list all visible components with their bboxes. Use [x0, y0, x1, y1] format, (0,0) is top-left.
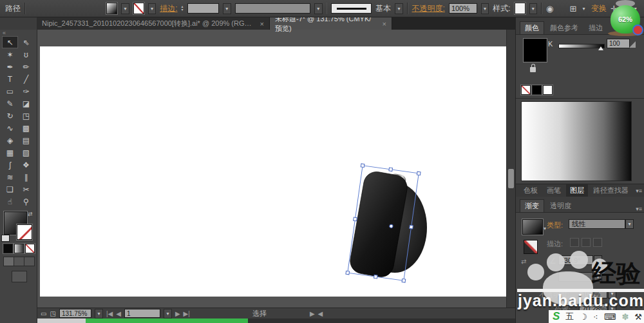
selection-handle[interactable]	[410, 225, 413, 229]
selection-handle[interactable]	[374, 275, 377, 279]
document-tab-1[interactable]: Nipic_2457331_20101020230646567000[转换].a…	[37, 17, 270, 30]
selection-tool[interactable]: ↖	[2, 36, 18, 48]
style-swatch[interactable]	[515, 3, 526, 14]
wubi-icon[interactable]: 五	[565, 311, 574, 322]
free-transform-tool[interactable]: ▩	[18, 122, 34, 134]
pencil-tool[interactable]: ✎	[2, 97, 18, 110]
gradient-stops-icon[interactable]: ⇄	[521, 258, 526, 265]
tab-transparency[interactable]: 透明度	[545, 200, 576, 212]
opacity-link[interactable]: 不透明度:	[412, 3, 445, 14]
draw-normal-button[interactable]	[3, 257, 14, 266]
color-button[interactable]	[3, 244, 13, 253]
mesh-tool[interactable]: ▦	[2, 146, 18, 159]
align-dropdown-icon[interactable]: ▾	[580, 4, 587, 14]
opacity-field[interactable]: 100%	[449, 3, 477, 14]
perspective-grid-tool[interactable]: ▤	[18, 134, 34, 146]
draw-behind-button[interactable]	[14, 257, 24, 266]
line-segment-tool[interactable]: ╱	[18, 73, 34, 85]
stroke-weight-dropdown-icon[interactable]: ▾	[223, 3, 231, 14]
paintbrush-tool[interactable]: ✑	[18, 85, 34, 97]
panel-menu-icon[interactable]: ▾≡	[636, 206, 642, 212]
type-tool[interactable]: T	[2, 73, 18, 85]
stroke-weight-stepper[interactable]: ▴ ▾	[182, 5, 184, 12]
selection-handle[interactable]	[402, 279, 406, 282]
angle-field[interactable]: -30.9°	[558, 255, 593, 265]
curvature-tool[interactable]: ✏	[18, 61, 34, 73]
black-swatch[interactable]	[532, 85, 542, 95]
k-slider-pointer[interactable]	[598, 46, 603, 50]
close-icon[interactable]: ×	[260, 20, 264, 28]
gradient-type-dropdown-icon[interactable]: ▾	[625, 219, 634, 229]
stroke-along-button[interactable]	[582, 238, 591, 247]
none-swatch[interactable]	[521, 85, 531, 95]
default-fill-stroke-icon[interactable]	[1, 235, 10, 242]
gradient-thumbnail[interactable]	[522, 219, 543, 235]
hand-tool[interactable]: ☝	[2, 195, 18, 208]
zoom-tool[interactable]: ⚲	[18, 195, 34, 208]
scale-tool[interactable]: ◳	[18, 110, 34, 122]
fill-dropdown-icon[interactable]: ▾	[121, 3, 129, 14]
rotate-tool[interactable]: ↻	[2, 110, 18, 122]
artwork[interactable]	[37, 30, 506, 308]
stroke-swatch[interactable]	[17, 224, 32, 240]
tab-pathfinder[interactable]: 路径查找器	[589, 184, 632, 197]
tab-brushes[interactable]: 画笔	[543, 184, 565, 197]
width-profile-dropdown-icon[interactable]: ▾	[314, 3, 322, 14]
gradient-thumb-dropdown-icon[interactable]: ▾	[544, 226, 546, 231]
canvas-area[interactable]	[37, 30, 506, 308]
punctuation-icon[interactable]: ⁖	[593, 312, 598, 322]
fill-color-swatch[interactable]	[106, 3, 117, 14]
k-value-field[interactable]: 100	[607, 39, 630, 48]
shape-builder-tool[interactable]: ◈	[2, 134, 18, 146]
draw-inside-button[interactable]	[24, 257, 35, 266]
selection-handle[interactable]	[354, 217, 357, 221]
tab-layers[interactable]: 图层	[566, 184, 588, 197]
blend-tool[interactable]: ❖	[18, 159, 34, 171]
keyboard-icon[interactable]: ⌨	[604, 312, 616, 322]
slice-tool[interactable]: ✂	[18, 183, 34, 195]
tab-color-guide[interactable]: 颜色参考	[545, 22, 583, 34]
tab-stroke[interactable]: 描边	[584, 22, 607, 34]
white-swatch[interactable]	[543, 85, 553, 95]
width-tool[interactable]: ∿	[2, 122, 18, 134]
gradient-stroke-swatch[interactable]	[524, 240, 538, 254]
gradient-tool[interactable]: ▧	[18, 146, 34, 159]
column-graph-tool[interactable]: ∥	[18, 171, 34, 183]
first-artboard-icon[interactable]: |◀	[106, 310, 113, 317]
align-options-icon[interactable]: ⊞	[570, 4, 577, 14]
artboard-number-field[interactable]: 1	[124, 309, 160, 318]
lasso-tool[interactable]: ʊ	[18, 48, 34, 61]
brush-preview[interactable]	[331, 3, 372, 14]
opacity-dropdown-icon[interactable]: ▾	[481, 3, 489, 14]
width-profile-field[interactable]	[235, 3, 311, 14]
transform-link[interactable]: 变换	[591, 3, 607, 14]
aspect-ratio-field[interactable]	[558, 272, 593, 282]
screen-mode-button[interactable]	[12, 271, 27, 282]
swap-fill-stroke-icon[interactable]: ⇄	[28, 211, 33, 217]
last-artboard-icon[interactable]: ▶|	[184, 310, 190, 317]
rectangle-tool[interactable]: ▭	[2, 85, 18, 97]
stepper-down-icon[interactable]: ▾	[182, 8, 184, 12]
brush-dropdown-icon[interactable]: ▾	[395, 3, 402, 14]
prev-artboard-icon[interactable]: ◀	[116, 310, 121, 317]
splitter-left-icon[interactable]: ◀	[318, 310, 323, 317]
spectrum-wedge-icon[interactable]	[629, 41, 636, 48]
tab-gradient[interactable]: 渐变	[520, 199, 544, 212]
angle-dropdown-icon[interactable]: ▾	[594, 255, 602, 265]
selection-handle[interactable]	[346, 271, 350, 275]
eyedropper-tool[interactable]: ʃ	[2, 159, 18, 171]
sogou-icon[interactable]: S	[553, 310, 560, 323]
tab-swatches[interactable]: 色板	[520, 184, 542, 197]
next-artboard-icon[interactable]: ▶	[175, 310, 180, 317]
zoom-level-field[interactable]: 131.75%	[59, 309, 91, 318]
recolor-artwork-icon[interactable]: ◉	[546, 4, 553, 14]
wrench-icon[interactable]: ⚒	[634, 312, 642, 322]
style-dropdown-icon[interactable]: ▾	[529, 3, 537, 14]
direct-selection-tool[interactable]: ⇖	[18, 36, 34, 48]
selection-handle[interactable]	[417, 171, 421, 175]
stroke-link[interactable]: 描边:	[160, 3, 177, 14]
collapse-panel-icon[interactable]: «	[3, 30, 6, 36]
gradient-ramp[interactable]	[521, 101, 632, 181]
eraser-tool[interactable]: ◪	[18, 97, 34, 110]
stroke-across-button[interactable]	[593, 238, 602, 247]
